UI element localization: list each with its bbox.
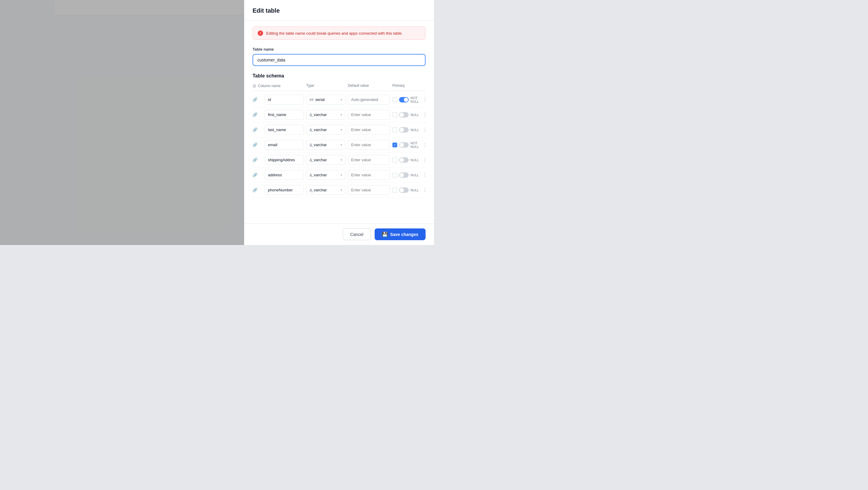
column-name-input[interactable] [265, 155, 304, 165]
null-label: NULL [410, 113, 419, 117]
header-default-value: Default value [348, 84, 390, 88]
schema-rows: 🔗 ## serial ▾ NOT NULL ⋮ 🔗 A͟ varchar ▾ [253, 92, 426, 198]
null-label: NOT NULL [410, 96, 419, 103]
column-name-input[interactable] [265, 125, 304, 135]
primary-checkbox[interactable] [393, 97, 397, 102]
schema-label: Table schema [253, 73, 426, 79]
primary-cell: NULL [393, 172, 416, 178]
type-chevron-icon: ▾ [341, 128, 342, 131]
type-label: serial [315, 97, 324, 102]
type-label: varchar [314, 188, 327, 192]
type-select[interactable]: ## serial ▾ [306, 95, 345, 104]
type-chevron-icon: ▾ [341, 98, 342, 101]
default-value-input[interactable] [348, 125, 390, 135]
default-value-input[interactable] [348, 95, 390, 104]
default-value-input[interactable] [348, 140, 390, 150]
table-row: 🔗 A͟ varchar ▾ NULL ⋮ [253, 122, 426, 137]
save-icon: 💾 [382, 232, 388, 237]
cancel-button[interactable]: Cancel [343, 228, 371, 240]
table-row: 🔗 A͟ varchar ▾ ✓ NOT NULL ⋮ [253, 137, 426, 152]
row-link-icon[interactable]: 🔗 [253, 113, 262, 117]
null-toggle[interactable] [399, 172, 409, 178]
table-row: 🔗 ## serial ▾ NOT NULL ⋮ [253, 92, 426, 107]
column-name-input[interactable] [265, 185, 304, 195]
row-link-icon[interactable]: 🔗 [253, 97, 262, 102]
table-name-input[interactable] [253, 54, 426, 66]
more-options-button[interactable]: ⋮ [419, 157, 431, 163]
primary-checkbox[interactable] [393, 173, 397, 178]
type-chevron-icon: ▾ [341, 143, 342, 147]
type-icon: A͟ [310, 128, 312, 132]
primary-checkbox[interactable] [393, 127, 397, 132]
save-changes-button[interactable]: 💾 Save changes [375, 228, 426, 240]
type-icon: A͟ [310, 143, 312, 147]
type-chevron-icon: ▾ [341, 158, 342, 161]
column-name-input[interactable] [265, 110, 304, 120]
primary-cell: NULL [393, 187, 416, 193]
null-toggle[interactable] [399, 112, 409, 118]
row-link-icon[interactable]: 🔗 [253, 173, 262, 177]
type-icon: ## [310, 98, 313, 102]
row-link-icon[interactable]: 🔗 [253, 158, 262, 162]
column-name-input[interactable] [265, 140, 304, 150]
row-link-icon[interactable]: 🔗 [253, 143, 262, 147]
panel-footer: Cancel 💾 Save changes [244, 223, 434, 245]
row-link-icon[interactable]: 🔗 [253, 188, 262, 192]
primary-cell: NOT NULL [393, 96, 416, 103]
type-icon: A͟ [310, 173, 312, 177]
table-row: 🔗 A͟ varchar ▾ NULL ⋮ [253, 183, 426, 198]
type-label: varchar [314, 127, 327, 132]
type-label: varchar [314, 143, 327, 147]
primary-checkbox[interactable] [393, 113, 397, 117]
null-label: NULL [410, 128, 419, 132]
more-options-button[interactable]: ⋮ [419, 187, 431, 193]
type-select[interactable]: A͟ varchar ▾ [306, 125, 345, 135]
table-row: 🔗 A͟ varchar ▾ NULL ⋮ [253, 152, 426, 167]
default-value-input[interactable] [348, 110, 390, 120]
column-name-input[interactable] [265, 95, 304, 104]
type-chevron-icon: ▾ [341, 113, 342, 116]
table-row: 🔗 A͟ varchar ▾ NULL ⋮ [253, 107, 426, 122]
primary-cell: ✓ NOT NULL [393, 141, 416, 149]
default-value-input[interactable] [348, 155, 390, 165]
null-toggle[interactable] [399, 97, 409, 102]
more-options-button[interactable]: ⋮ [419, 112, 431, 118]
more-options-button[interactable]: ⋮ [419, 142, 431, 148]
schema-header: ⊞ Column name Type Default value Primary [253, 84, 426, 91]
more-options-button[interactable]: ⋮ [419, 172, 431, 178]
type-select[interactable]: A͟ varchar ▾ [306, 185, 345, 195]
null-toggle[interactable] [399, 127, 409, 132]
null-label: NULL [410, 158, 419, 162]
type-select[interactable]: A͟ varchar ▾ [306, 170, 345, 180]
type-label: varchar [314, 113, 327, 117]
warning-text: Editing the table name could break queri… [266, 31, 403, 36]
panel-header: Edit table [244, 0, 434, 21]
null-toggle[interactable] [399, 142, 409, 148]
default-value-input[interactable] [348, 170, 390, 180]
warning-icon: ! [258, 30, 263, 36]
panel-body: ! Editing the table name could break que… [244, 21, 434, 223]
table-row: 🔗 A͟ varchar ▾ NULL ⋮ [253, 167, 426, 183]
primary-checkbox[interactable]: ✓ [393, 143, 397, 147]
default-value-input[interactable] [348, 185, 390, 195]
panel-title: Edit table [253, 7, 426, 14]
more-options-button[interactable]: ⋮ [419, 127, 431, 132]
type-select[interactable]: A͟ varchar ▾ [306, 155, 345, 165]
null-toggle[interactable] [399, 157, 409, 163]
type-select[interactable]: A͟ varchar ▾ [306, 140, 345, 150]
row-link-icon[interactable]: 🔗 [253, 127, 262, 132]
table-name-label: Table name [253, 47, 426, 52]
save-label: Save changes [390, 232, 418, 237]
edit-table-panel: Edit table ! Editing the table name coul… [244, 0, 434, 245]
more-options-button[interactable]: ⋮ [419, 97, 431, 102]
null-label: NULL [410, 188, 419, 192]
primary-checkbox[interactable] [393, 158, 397, 162]
type-select[interactable]: A͟ varchar ▾ [306, 110, 345, 120]
type-label: varchar [314, 158, 327, 162]
type-chevron-icon: ▾ [341, 173, 342, 177]
header-primary: Primary [393, 84, 416, 88]
column-name-input[interactable] [265, 170, 304, 180]
header-column-name: Column name [258, 84, 281, 88]
primary-checkbox[interactable] [393, 188, 397, 192]
null-toggle[interactable] [399, 187, 409, 193]
